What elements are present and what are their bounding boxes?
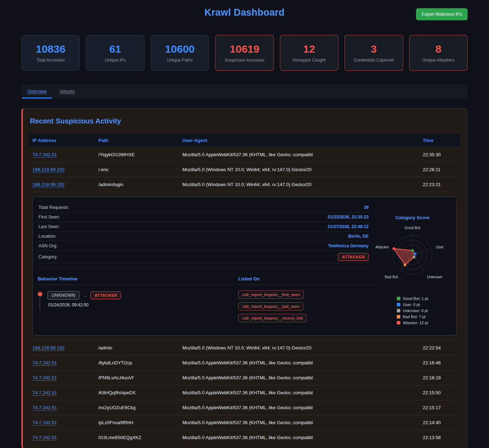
user-agent-cell: Mozilla/5.0 (Windows NT 10.0; Win64; x64… xyxy=(179,341,419,355)
tab-attacks[interactable]: Attacks xyxy=(54,85,80,99)
tab-overview[interactable]: Overview xyxy=(22,85,52,99)
stat-label: Unique Paths xyxy=(167,58,193,63)
listed-on-title: Listed On xyxy=(238,276,374,285)
stat-label: Total Accesses xyxy=(37,58,65,63)
field-label: First Seen: xyxy=(38,215,60,220)
behavior-timeline-title: Behavior Timeline xyxy=(38,276,233,285)
table-row[interactable]: 74.7.242.51 /K8HQq9hAipeDX Mozilla/5.0 A… xyxy=(29,385,460,400)
timeline-marker-dot xyxy=(38,292,42,296)
stat-value: 10619 xyxy=(230,43,259,55)
field-label: Last Seen: xyxy=(38,224,60,229)
time-cell: 22:23:21 xyxy=(419,177,460,192)
ip-link[interactable]: 188.218.99.192 xyxy=(32,167,64,172)
user-agent-cell: Mozilla/5.0 AppleWebKit/537.36 (KHTML, l… xyxy=(179,430,419,445)
user-agent-cell: Mozilla/5.0 AppleWebKit/537.36 (KHTML, l… xyxy=(179,147,419,162)
path-cell: /YiqykGI13WHXE xyxy=(95,147,179,162)
table-row[interactable]: 74.7.242.51 /pLz0Fnua9fRhH Mozilla/5.0 A… xyxy=(29,415,460,430)
timeline-timestamp: 01/24/2026, 09:42:00 xyxy=(48,302,233,307)
field-category: Category: ATTACKER xyxy=(38,251,369,263)
legend-swatch xyxy=(397,315,400,318)
path-cell: /G3Lme9ShEQgXKZ xyxy=(95,430,179,445)
svg-text:User: User xyxy=(436,245,444,249)
category-attacker-badge: ATTACKER xyxy=(90,291,121,299)
blocklist-badge: cidr_report_bogons__first_seen xyxy=(238,290,304,299)
time-cell: 22:26:11 xyxy=(419,162,460,177)
radar-legend: Good Bot: 1 pt User: 0 pt Unknown: 0 pt xyxy=(397,296,428,325)
category-attacker-badge: ATTACKER xyxy=(338,253,369,261)
path-cell: /8ykdLnDYTi2cp xyxy=(95,355,179,370)
ip-link[interactable]: 74.7.242.51 xyxy=(32,435,57,440)
table-header-row: IP Address Path User-Agent Time xyxy=(29,134,460,147)
field-total-requests: Total Requests: 39 xyxy=(38,203,369,212)
field-label: Total Requests: xyxy=(38,205,69,210)
ip-detail-left: Total Requests: 39 First Seen: 01/23/202… xyxy=(38,203,369,329)
stat-value: 12 xyxy=(303,43,315,55)
time-cell: 22:15:17 xyxy=(419,400,460,415)
user-agent-cell: Mozilla/5.0 AppleWebKit/537.36 (KHTML, l… xyxy=(179,355,419,370)
ip-link[interactable]: 74.7.242.51 xyxy=(32,420,57,425)
table-row[interactable]: 188.218.99.192 /admin Mozilla/5.0 (Windo… xyxy=(29,341,460,355)
time-cell: 22:22:54 xyxy=(419,341,460,355)
field-label: Location: xyxy=(38,234,57,239)
timeline-transition: UNKNOWN → ATTACKER xyxy=(47,291,233,300)
path-cell: /.env xyxy=(95,162,179,177)
ip-link[interactable]: 74.7.242.51 xyxy=(32,390,57,395)
detail-sections: Behavior Timeline UNKNOWN → ATTACKER xyxy=(38,276,369,322)
col-header-path: Path xyxy=(95,134,179,147)
ip-link[interactable]: 74.7.242.51 xyxy=(32,375,57,380)
recent-suspicious-activity-panel: Recent Suspicious Activity IP Address Pa… xyxy=(21,108,468,448)
user-agent-cell: Mozilla/5.0 AppleWebKit/537.36 (KHTML, l… xyxy=(179,370,419,385)
app-header: Krawl Dashboard Export Malicious IPs xyxy=(21,7,468,21)
path-cell: /pLz0Fnua9fRhH xyxy=(95,415,179,430)
field-label: ASN Org: xyxy=(38,243,58,248)
legend-item: Good Bot: 1 pt xyxy=(397,296,428,301)
table-row[interactable]: 188.218.99.192 /admin/login Mozilla/5.0 … xyxy=(29,177,460,192)
svg-text:Good Bot: Good Bot xyxy=(405,226,420,230)
field-value: Telefonica Germany xyxy=(328,243,369,248)
stat-value: 3 xyxy=(371,43,377,55)
table-row[interactable]: 74.7.242.51 /8ykdLnDYTi2cp Mozilla/5.0 A… xyxy=(29,355,460,370)
ip-detail-fields: Total Requests: 39 First Seen: 01/23/202… xyxy=(38,203,369,268)
time-cell: 22:16:19 xyxy=(419,370,460,385)
stat-card-credentials-captured: 3 Credentials Captured xyxy=(344,35,403,71)
ip-link[interactable]: 74.7.242.51 xyxy=(32,405,57,410)
ip-detail-panel: Total Requests: 39 First Seen: 01/23/202… xyxy=(32,197,457,336)
suspicious-activity-table: IP Address Path User-Agent Time 74.7.242… xyxy=(29,134,460,445)
svg-text:Unknown: Unknown xyxy=(427,275,443,279)
stat-card-suspicious-accesses: 10619 Suspicious Accesses xyxy=(215,35,274,71)
ip-link[interactable]: 74.7.242.51 xyxy=(32,152,57,157)
panel-title: Recent Suspicious Activity xyxy=(30,117,460,125)
field-value: Berlin, DE xyxy=(348,234,369,239)
user-agent-cell: Mozilla/5.0 AppleWebKit/537.36 (KHTML, l… xyxy=(179,415,419,430)
stat-label: Suspicious Accesses xyxy=(224,58,264,63)
timeline-event: UNKNOWN → ATTACKER 01/24/2026, 09:42:00 xyxy=(38,291,233,313)
time-cell: 22:15:50 xyxy=(419,385,460,400)
legend-swatch xyxy=(397,321,400,325)
stat-card-honeypot-caught: 12 Honeypot Caught xyxy=(280,35,338,71)
col-header-time: Time xyxy=(419,134,460,147)
legend-item: Unknown: 0 pt xyxy=(397,309,428,313)
ip-link[interactable]: 74.7.242.51 xyxy=(32,360,57,365)
stat-value: 61 xyxy=(109,43,121,55)
listed-on-section: Listed On cidr_report_bogons__first_seen… xyxy=(238,276,374,322)
stat-label: Credentials Captured xyxy=(354,58,394,63)
table-row[interactable]: 74.7.242.51 /YiqykGI13WHXE Mozilla/5.0 A… xyxy=(29,147,460,162)
field-label: Category: xyxy=(38,254,58,259)
stat-label: Unique Attackers xyxy=(422,58,454,63)
table-row[interactable]: 188.218.99.192 /.env Mozilla/5.0 (Window… xyxy=(29,162,460,177)
stat-label: Honeypot Caught xyxy=(292,58,326,63)
table-row[interactable]: 74.7.242.51 /PN9LvAcJ4uoVf Mozilla/5.0 A… xyxy=(29,370,460,385)
path-cell: /K8HQq9hAipeDX xyxy=(95,385,179,400)
table-row[interactable]: 74.7.242.51 /nx2yUOZuE6Ckg Mozilla/5.0 A… xyxy=(29,400,460,415)
ip-link[interactable]: 188.218.99.192 xyxy=(32,182,64,187)
category-score-title: Category Score xyxy=(374,215,451,220)
ip-link[interactable]: 188.218.99.192 xyxy=(32,345,64,351)
legend-item: Attacker: 12 pt xyxy=(397,321,428,325)
field-asn-org: ASN Org: Telefonica Germany xyxy=(38,241,369,251)
col-header-user-agent: User-Agent xyxy=(179,134,419,147)
table-row[interactable]: 74.7.242.51 /G3Lme9ShEQgXKZ Mozilla/5.0 … xyxy=(29,430,460,445)
field-value: 01/23/2026, 22:35:23 xyxy=(328,215,369,220)
path-cell: /admin xyxy=(95,341,179,355)
export-malicious-ips-button[interactable]: Export Malicious IPs xyxy=(416,8,468,20)
svg-text:Bad Bot: Bad Bot xyxy=(385,275,398,279)
